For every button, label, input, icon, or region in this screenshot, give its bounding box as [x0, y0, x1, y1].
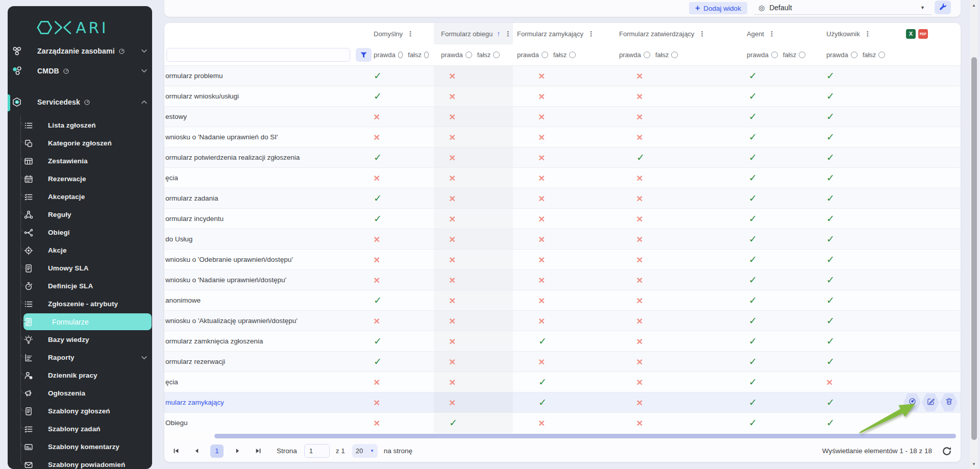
settings-wrench-button[interactable]	[935, 1, 951, 14]
sidebar-item-definicje-sla[interactable]: Definicje SLA	[8, 277, 152, 295]
check-icon: ✓	[749, 131, 757, 143]
row-name-cell[interactable]: mularz zamykający	[164, 392, 352, 412]
filter-true-radio[interactable]	[851, 52, 857, 58]
edit-button[interactable]	[922, 393, 939, 412]
sidebar-item-akceptacje[interactable]: Akceptacje	[8, 188, 152, 206]
sidebar-item-dziennik-pracy[interactable]: Dziennik pracy	[8, 366, 152, 384]
sidebar-item-akcje[interactable]: Akcje	[8, 241, 152, 259]
sidebar-item-szablony-powiadomień[interactable]: Szablony powiadomień	[8, 456, 152, 469]
column-menu-icon[interactable]: ⋮	[504, 30, 511, 38]
row-actions-cell	[901, 311, 961, 331]
delete-button[interactable]	[940, 393, 958, 412]
filter-false-radio[interactable]	[671, 52, 678, 58]
filter-true-radio[interactable]	[398, 52, 403, 58]
sidebar-item-kategorie-zgłoszeń[interactable]: Kategorie zgłoszeń	[8, 134, 152, 152]
check-icon: ✓	[826, 315, 835, 327]
sidebar-section-cmdb[interactable]: CMDB	[8, 62, 152, 80]
preview-button[interactable]	[903, 393, 921, 412]
filter-false-radio[interactable]	[878, 52, 885, 58]
horizontal-scrollbar-thumb[interactable]	[214, 434, 956, 438]
filter-false-radio[interactable]	[799, 52, 805, 58]
page-1-button[interactable]: 1	[210, 445, 224, 458]
page-size-value: 20	[356, 447, 363, 455]
table-row[interactable]: ormularz wniosku/usługi✓×××✓✓	[164, 86, 961, 106]
sidebar-item-szablony-komentarzy[interactable]: Szablony komentarzy	[8, 438, 152, 456]
sidebar-item-rezerwacje[interactable]: Rezerwacje	[8, 170, 152, 188]
column-menu-icon[interactable]: ⋮	[407, 30, 414, 38]
cross-icon: ×	[636, 172, 643, 184]
sidebar-item-zestawienia[interactable]: Zestawienia	[8, 152, 152, 170]
table-row[interactable]: do Usług××××✓✓	[164, 229, 961, 249]
export-excel-icon[interactable]: X	[906, 29, 916, 39]
sidebar-section-servicedesk[interactable]: Servicedesk	[8, 93, 152, 111]
table-row[interactable]: ormularz problemu✓×××✓✓	[164, 65, 961, 86]
vertical-scrollbar-thumb[interactable]	[971, 57, 977, 440]
table-row[interactable]: Obiegu×✓××✓✓	[164, 412, 961, 433]
filter-funnel-button[interactable]	[356, 48, 372, 62]
table-row[interactable]: ęcia××✓×✓×	[164, 372, 961, 392]
column-header-agent[interactable]: Agent⋮	[738, 23, 819, 44]
first-page-button[interactable]	[169, 445, 183, 458]
cross-icon: ×	[826, 376, 832, 388]
scroll-down-arrow[interactable]: ▼	[970, 460, 978, 468]
table-row[interactable]: ormularz zadania✓×××✓✓	[164, 188, 961, 208]
refresh-button[interactable]	[941, 446, 952, 457]
table-row[interactable]: ęcia××××✓✓	[164, 167, 961, 188]
sidebar-item-umowy-sla[interactable]: Umowy SLA	[8, 259, 152, 277]
table-row[interactable]: wniosku o 'Odebranie uprawnień/dostępu'×…	[164, 249, 961, 269]
column-menu-icon[interactable]: ⋮	[698, 30, 705, 38]
prev-page-button[interactable]	[190, 445, 203, 458]
sidebar-item-lista-zgłoszeń[interactable]: Lista zgłoszeń	[8, 116, 152, 134]
column-menu-icon[interactable]: ⋮	[864, 30, 871, 38]
column-header-użytkownik[interactable]: Użytkownik⋮	[819, 23, 901, 44]
filter-false-radio[interactable]	[493, 52, 500, 58]
filter-false-radio[interactable]	[424, 52, 429, 58]
rules-icon	[23, 210, 34, 220]
sidebar-item-zgłoszenie-atrybuty[interactable]: Zgłoszenie - atrybuty	[8, 295, 152, 313]
next-page-button[interactable]	[231, 445, 244, 458]
export-pdf-icon[interactable]: PDF	[918, 29, 928, 39]
column-menu-icon[interactable]: ⋮	[768, 30, 775, 38]
column-header-domyślny[interactable]: Domyślny⋮	[352, 23, 434, 44]
add-view-button[interactable]: + Dodaj widok	[689, 2, 747, 14]
sidebar-item-bazy-wiedzy[interactable]: Bazy wiedzy	[8, 331, 152, 349]
column-header-formularz-obiegu[interactable]: Formularz obiegu↑⋮	[434, 23, 513, 44]
sidebar-item-ogłoszenia[interactable]: Ogłoszenia	[8, 384, 152, 402]
filter-true-radio[interactable]	[542, 52, 548, 58]
filter-true-radio[interactable]	[771, 52, 778, 58]
filter-true-radio[interactable]	[465, 52, 472, 58]
column-header-formularz-zamykający[interactable]: Formularz zamykający⋮	[513, 23, 615, 44]
filter-true-radio[interactable]	[644, 52, 650, 58]
sidebar-item-reguły[interactable]: Reguły	[8, 206, 152, 224]
sidebar-item-formularze[interactable]: Formularze	[8, 313, 152, 331]
table-row[interactable]: wniosku o 'Nadanie uprawnień/dostępu'×××…	[164, 269, 961, 290]
bool-cell: ✓	[615, 147, 738, 167]
page-number-input[interactable]	[304, 444, 330, 458]
scroll-up-arrow[interactable]: ▲	[970, 1, 978, 9]
sidebar-item-obiegi[interactable]: Obiegi	[8, 224, 152, 241]
table-row[interactable]: ormularz incydentu✓×××✓✓	[164, 208, 961, 229]
page-size-select[interactable]: 20 ▼	[352, 444, 378, 458]
table-row[interactable]: ormularz potwierdzenia realizacji zgłosz…	[164, 147, 961, 167]
column-header-label: Użytkownik	[826, 30, 860, 38]
view-selector[interactable]: ◎ Default ▼	[754, 1, 932, 15]
last-page-button[interactable]	[251, 445, 264, 458]
column-header-formularz-zatwierdzający[interactable]: Formularz zatwierdzający⋮	[615, 23, 738, 44]
table-row[interactable]: mularz zamykający××✓×✓✓	[164, 392, 961, 412]
table-row[interactable]: wniosku o 'Nadanie uprawnień do SI'××××✓…	[164, 127, 961, 147]
table-row[interactable]: wniosku o 'Aktualizację uprawnień/dostęp…	[164, 310, 961, 331]
filter-false-radio[interactable]	[569, 52, 576, 58]
sidebar-section-zarz-dzanie-zasobami[interactable]: Zarządzanie zasobami	[8, 42, 152, 60]
sidebar-item-szablony-zgłoszeń[interactable]: Szablony zgłoszeń	[8, 402, 152, 420]
table-row[interactable]: ormularz rezerwacji✓×××✓✓	[164, 351, 961, 372]
column-menu-icon[interactable]: ⋮	[587, 30, 595, 38]
sidebar-item-szablony-zadań[interactable]: Szablony zadań	[8, 420, 152, 438]
filter-true-label: prawda	[441, 51, 463, 59]
name-filter-input[interactable]	[166, 48, 350, 62]
table-row[interactable]: anonimowe✓×××✓✓	[164, 290, 961, 310]
sidebar-item-label: Zgłoszenie - atrybuty	[48, 300, 118, 308]
table-row[interactable]: ormularz zamknięcia zgłoszenia✓×✓×✓✓	[164, 331, 961, 351]
table-row[interactable]: estowy××××✓✓	[164, 106, 961, 127]
cross-icon: ×	[374, 376, 380, 388]
sidebar-item-raporty[interactable]: Raporty	[8, 349, 152, 366]
